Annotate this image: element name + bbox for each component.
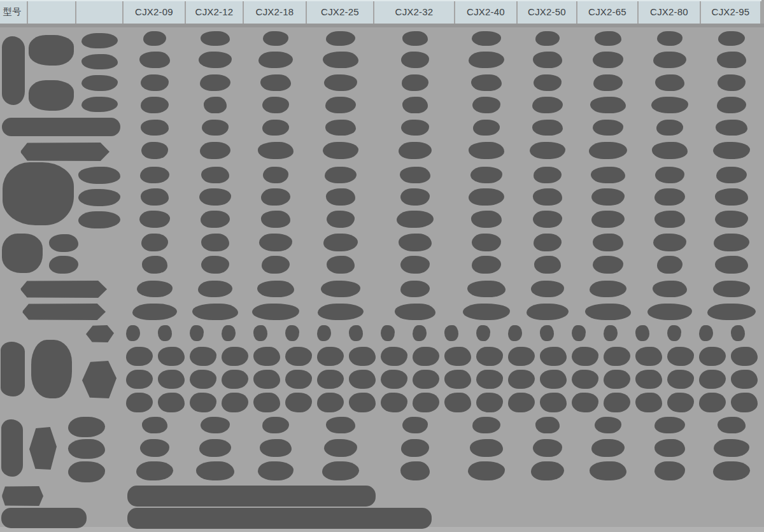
redacted-label-blob — [1, 342, 25, 396]
redacted-chain-blob — [635, 370, 662, 389]
redacted-chain-blob — [381, 393, 407, 412]
column-header-cjx2-40: CJX2-40 — [455, 0, 516, 24]
redacted-chain-blob — [222, 393, 248, 412]
redacted-cell-blob — [715, 211, 748, 228]
redacted-cell-blob — [472, 97, 500, 113]
redacted-cell-blob — [323, 52, 358, 68]
redacted-cell-blob — [473, 120, 500, 136]
redacted-chain-blob — [253, 370, 280, 389]
redacted-chain-blob — [285, 347, 312, 366]
redacted-chain-blob — [699, 370, 726, 389]
redacted-chain-blob — [508, 370, 535, 389]
redacted-label-blob — [78, 167, 120, 184]
redacted-chain-blob — [444, 325, 458, 341]
redacted-cell-blob — [590, 281, 626, 297]
redacted-chain-blob — [540, 325, 554, 341]
redacted-cell-blob — [531, 281, 564, 297]
redacted-cell-blob — [322, 461, 359, 480]
redacted-cell-blob — [201, 234, 229, 251]
column-header-label: CJX2-12 — [195, 6, 234, 17]
redacted-chain-blob — [158, 370, 185, 389]
redacted-label-blob — [29, 80, 74, 111]
redacted-label-blob — [78, 189, 120, 206]
redacted-chain-blob — [604, 325, 618, 341]
redacted-cell-blob — [463, 304, 510, 320]
redacted-cell-blob — [472, 417, 500, 433]
redacted-cell-blob — [199, 439, 231, 457]
redacted-chain-blob — [190, 325, 204, 341]
redacted-cell-blob — [261, 188, 290, 206]
redacted-cell-blob — [136, 461, 173, 480]
header-shadow-band — [0, 24, 764, 27]
redacted-cell-blob — [132, 304, 177, 320]
redacted-chain-blob — [476, 347, 503, 366]
redacted-chain-blob — [508, 347, 535, 366]
redacted-chain-blob — [667, 325, 681, 341]
redacted-label-blob — [1, 508, 87, 528]
redacted-chain-blob — [604, 393, 630, 412]
redacted-chain-blob — [253, 393, 280, 412]
redacted-chain-blob — [285, 370, 312, 389]
redacted-chain-blob — [731, 393, 758, 412]
redacted-chain-blob — [317, 347, 344, 366]
redacted-cell-blob — [653, 234, 686, 251]
redacted-cell-blob — [141, 120, 169, 136]
redacted-cell-blob — [258, 52, 293, 68]
redacted-chain-blob — [667, 393, 694, 412]
redacted-cell-blob — [141, 97, 169, 113]
redacted-label-blob — [127, 508, 432, 529]
redacted-cell-blob — [589, 142, 627, 159]
redacted-chain-blob — [381, 370, 407, 389]
redacted-cell-blob — [262, 120, 289, 136]
redacted-cell-blob — [715, 188, 748, 206]
column-header-label: CJX2-95 — [712, 6, 750, 17]
redacted-cell-blob — [591, 188, 625, 206]
redacted-cell-blob — [590, 461, 626, 480]
redacted-chain-blob — [444, 370, 471, 389]
redacted-cell-blob — [717, 52, 746, 68]
redacted-chain-blob — [349, 393, 376, 412]
redacted-cell-blob — [654, 461, 685, 480]
redacted-chain-blob — [190, 347, 216, 366]
redacted-chain-blob — [381, 347, 407, 366]
column-header-cjx2-25: CJX2-25 — [307, 0, 373, 24]
redacted-cell-blob — [258, 461, 294, 480]
redacted-cell-blob — [259, 234, 292, 251]
redacted-cell-blob — [263, 167, 288, 183]
redacted-cell-blob — [467, 281, 506, 297]
redacted-chain-blob — [285, 325, 299, 341]
redacted-cell-blob — [202, 120, 229, 136]
redacted-cell-blob — [323, 142, 358, 159]
redacted-chain-blob — [317, 393, 344, 412]
redacted-chain-blob — [699, 347, 726, 366]
redacted-cell-blob — [585, 304, 631, 320]
redacted-cell-blob — [472, 31, 501, 46]
redacted-cell-blob — [593, 256, 623, 274]
redacted-cell-blob — [591, 211, 625, 228]
redacted-label-blob — [29, 427, 57, 470]
redacted-cell-blob — [323, 234, 358, 251]
redacted-chain-blob — [158, 347, 185, 366]
redacted-chain-blob — [540, 393, 567, 412]
redacted-label-blob — [81, 33, 118, 48]
column-header-label: CJX2-65 — [588, 6, 626, 17]
redacted-chain-blob — [572, 370, 598, 389]
column-header-label: CJX2-50 — [528, 6, 566, 17]
redacted-cell-blob — [717, 97, 746, 113]
redacted-cell-blob — [327, 256, 355, 274]
redacted-cell-blob — [713, 281, 750, 297]
redacted-chain-blob — [699, 393, 726, 412]
redacted-label-blob — [78, 211, 120, 228]
column-header-cjx2-32: CJX2-32 — [374, 0, 454, 24]
spec-table-screenshot: 型号 CJX2-09CJX2-12CJX2-18CJX2-25CJX2-32CJ… — [0, 0, 764, 532]
redacted-cell-blob — [533, 439, 562, 457]
redacted-chain-blob — [731, 325, 745, 341]
redacted-cell-blob — [142, 417, 167, 433]
column-header-label: CJX2-32 — [395, 6, 434, 17]
redacted-cell-blob — [655, 74, 684, 91]
redacted-cell-blob — [471, 211, 502, 228]
column-header-label: CJX2-40 — [467, 6, 505, 17]
redacted-cell-blob — [402, 31, 428, 46]
redacted-cell-blob — [591, 439, 625, 457]
redacted-label-blob — [2, 36, 25, 105]
